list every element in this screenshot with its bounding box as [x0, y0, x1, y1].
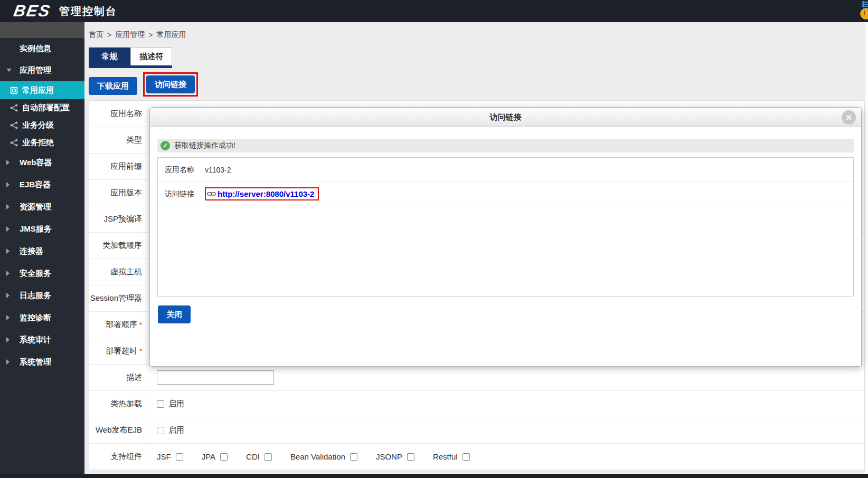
sidebar-item-label: 安全服务	[20, 269, 51, 279]
form-label-text: 部署顺序	[106, 320, 137, 330]
sidebar-item-log-service[interactable]: 日志服务	[0, 284, 84, 307]
form-label-text: 应用版本	[110, 188, 142, 198]
sidebar: 实例信息应用管理常用应用自动部署配置业务分级业务拒绝Web容器EJB容器资源管理…	[0, 22, 84, 478]
option-label: JSONP	[376, 452, 402, 461]
restful-checkbox[interactable]	[463, 453, 470, 461]
link-info-panel: 应用名称v1103-2访问链接http://server:8080/v1103-…	[157, 157, 854, 297]
jpa-checkbox[interactable]	[220, 453, 228, 461]
success-message-text: 获取链接操作成功!	[174, 141, 235, 150]
sidebar-item-label: 日志服务	[20, 291, 51, 301]
tab-descriptor[interactable]: 描述符	[130, 47, 172, 65]
web-publish-ejb-checkbox[interactable]	[157, 427, 164, 434]
caret-right-icon	[6, 204, 10, 209]
form-label: 类加载顺序	[89, 233, 147, 259]
sidebar-item-jms-service[interactable]: JMS服务	[0, 218, 84, 240]
cdi-checkbox[interactable]	[265, 453, 272, 461]
share-icon	[10, 121, 18, 130]
breadcrumb-item[interactable]: 应用管理	[115, 30, 145, 40]
caret-right-icon	[6, 315, 10, 320]
form-label: 支持组件	[89, 444, 147, 470]
sidebar-item-label: 系统审计	[20, 335, 51, 345]
link-icon	[207, 190, 216, 197]
required-asterisk: *	[139, 347, 142, 355]
sidebar-item-ejb-container[interactable]: EJB容器	[0, 174, 84, 196]
access-link-url[interactable]: http://server:8080/v1103-2	[218, 189, 314, 198]
form-field: 启用	[147, 417, 864, 443]
form-label-text: 应用名称	[110, 109, 142, 119]
caret-right-icon	[6, 160, 10, 165]
download-app-button[interactable]: 下载应用	[89, 77, 137, 95]
bes-console-screen: BES 管理控制台 实例信息应用管理常用应用自动部署配置业务分级业务拒绝Web容…	[0, 0, 868, 478]
class-hot-reload-checkbox[interactable]	[157, 400, 164, 408]
close-button[interactable]: 关闭	[158, 305, 191, 323]
bean-validation-checkbox[interactable]	[350, 453, 357, 461]
sidebar-item-label: 常用应用	[22, 85, 54, 95]
sidebar-item-label: 实例信息	[20, 44, 51, 54]
breadcrumb-separator: >	[148, 31, 153, 39]
form-row-support-components: 支持组件JSFJPACDIBean ValidationJSONPRestful	[89, 444, 864, 470]
sidebar-item-auto-deploy-config[interactable]: 自动部署配置	[0, 99, 84, 117]
description-input[interactable]	[157, 370, 274, 385]
form-label-text: 支持组件	[110, 452, 142, 462]
form-label-text: 部署超时	[106, 346, 137, 356]
app-header: BES 管理控制台	[0, 0, 868, 22]
info-icon[interactable]	[861, 1, 868, 8]
form-label: 类型	[89, 127, 147, 153]
sidebar-item-monitor-diagnosis[interactable]: 监控诊断	[0, 307, 84, 329]
sidebar-item-label: EJB容器	[20, 180, 51, 190]
dialog-field-label: 应用名称	[165, 165, 200, 175]
sidebar-item-business-reject[interactable]: 业务拒绝	[0, 134, 84, 151]
sidebar-item-common-apps[interactable]: 常用应用	[0, 81, 84, 99]
tab-general[interactable]: 常规	[89, 47, 130, 65]
form-label: 描述	[89, 365, 147, 390]
dialog-field-app-name: 应用名称v1103-2	[158, 158, 853, 182]
caret-right-icon	[6, 182, 10, 187]
sidebar-item-security-service[interactable]: 安全服务	[0, 262, 84, 284]
sidebar-item-label: 业务分级	[22, 120, 54, 130]
form-row-class-hot-reload: 类热加载启用	[89, 391, 864, 417]
right-edge-strip	[865, 22, 868, 474]
form-label-text: 虚拟主机	[110, 267, 142, 277]
breadcrumb-item[interactable]: 首页	[89, 30, 103, 40]
share-icon	[10, 103, 18, 112]
dialog-field-access-link: 访问链接http://server:8080/v1103-2	[158, 182, 853, 206]
bes-logo: BES	[12, 2, 52, 21]
breadcrumb-item[interactable]: 常用应用	[156, 30, 186, 40]
jsonp-checkbox[interactable]	[407, 453, 414, 461]
access-link-button[interactable]: 访问链接	[146, 75, 195, 93]
required-asterisk: *	[139, 321, 142, 329]
close-icon[interactable]: ✕	[842, 110, 856, 125]
dialog-title-bar: 访问链接 ✕	[150, 108, 861, 127]
form-label: 应用名称	[89, 101, 147, 127]
form-label-text: 应用前缀	[110, 161, 142, 171]
share-icon	[10, 138, 18, 147]
form-field: JSFJPACDIBean ValidationJSONPRestful	[147, 444, 864, 470]
sidebar-item-system-audit[interactable]: 系统审计	[0, 329, 84, 351]
sidebar-item-app-management[interactable]: 应用管理	[0, 59, 84, 81]
option-label: CDI	[246, 452, 260, 461]
form-label-text: Web发布EJB	[96, 425, 142, 435]
option-jpa: JPA	[202, 452, 228, 461]
option-restful: Restful	[433, 452, 470, 461]
sidebar-item-connector[interactable]: 连接器	[0, 240, 84, 262]
caret-right-icon	[6, 248, 10, 254]
form-label-text: Session管理器	[90, 293, 142, 303]
dialog-title: 访问链接	[490, 112, 522, 122]
option-bean-validation: Bean Validation	[290, 452, 357, 461]
jsf-checkbox[interactable]	[176, 453, 183, 461]
form-label-text: 描述	[126, 372, 142, 383]
sidebar-item-resource-management[interactable]: 资源管理	[0, 196, 84, 218]
form-label: 应用前缀	[89, 154, 147, 179]
sidebar-item-web-container[interactable]: Web容器	[0, 151, 84, 174]
sidebar-top-panel	[0, 22, 84, 38]
clock-icon[interactable]	[860, 8, 868, 20]
bottom-bar	[0, 474, 868, 478]
caret-right-icon	[6, 271, 10, 276]
form-label-text: 类加载顺序	[102, 241, 142, 251]
success-check-icon: ✓	[161, 141, 170, 150]
sidebar-item-instance-info[interactable]: 实例信息	[0, 38, 84, 59]
option-label: Bean Validation	[290, 452, 345, 461]
sidebar-item-system-management[interactable]: 系统管理	[0, 351, 84, 373]
breadcrumb-separator: >	[107, 31, 111, 39]
sidebar-item-business-grading[interactable]: 业务分级	[0, 117, 84, 134]
